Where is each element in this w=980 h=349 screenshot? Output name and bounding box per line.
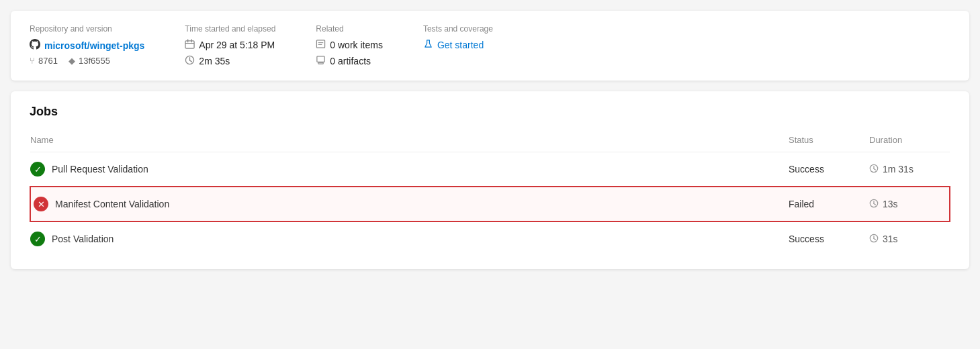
job-name: Manifest Content Validation — [55, 199, 169, 209]
commit-hash: ◆ 13f6555 — [69, 56, 110, 66]
jobs-table: Name Status Duration ✓ Pull Request Vali… — [30, 131, 950, 256]
job-name-cell: ✓ Pull Request Validation — [30, 162, 789, 177]
artifacts-row: 0 artifacts — [316, 55, 383, 67]
col-header-duration: Duration — [869, 131, 950, 152]
svg-line-6 — [190, 60, 192, 62]
svg-rect-10 — [317, 56, 324, 62]
job-duration: 1m 31s — [869, 152, 950, 187]
start-date-row: Apr 29 at 5:18 PM — [185, 39, 275, 51]
work-items: 0 work items — [330, 40, 383, 50]
get-started-link[interactable]: Get started — [437, 40, 484, 50]
tests-label: Tests and coverage — [423, 24, 493, 34]
work-items-row: 0 work items — [316, 39, 383, 51]
svg-rect-0 — [185, 41, 194, 48]
tests-section: Tests and coverage Get started — [423, 24, 493, 51]
time-label: Time started and elapsed — [185, 24, 275, 34]
job-name: Pull Request Validation — [52, 164, 148, 174]
jobs-card: Jobs Name Status Duration ✓ Pull Request… — [11, 91, 969, 269]
artifacts: 0 artifacts — [330, 56, 371, 66]
duration-cell: 13s — [869, 199, 946, 210]
clock-icon-time — [185, 55, 195, 67]
svg-line-14 — [874, 168, 876, 170]
repo-meta-row: ⑂ 8761 ◆ 13f6555 — [30, 56, 144, 66]
col-header-name: Name — [30, 131, 789, 152]
repo-name[interactable]: microsoft/winget-pkgs — [44, 40, 144, 51]
duration-value: 31s — [883, 234, 898, 244]
start-date: Apr 29 at 5:18 PM — [199, 40, 275, 50]
duration-cell: 31s — [869, 234, 950, 245]
svg-rect-7 — [317, 40, 325, 48]
info-card: Repository and version microsoft/winget-… — [11, 11, 969, 81]
repo-section: Repository and version microsoft/winget-… — [30, 24, 144, 66]
jobs-title: Jobs — [30, 105, 950, 119]
success-icon: ✓ — [30, 232, 45, 246]
job-duration: 31s — [869, 221, 950, 256]
repo-label: Repository and version — [30, 24, 144, 34]
clock-icon — [869, 234, 879, 245]
job-status: Failed — [789, 187, 869, 221]
job-name: Post Validation — [52, 234, 114, 244]
jobs-table-header: Name Status Duration — [30, 131, 950, 152]
related-section: Related 0 work items 0 artifacts — [316, 24, 383, 67]
duration-value: 13s — [883, 199, 898, 209]
job-status: Success — [789, 221, 869, 256]
svg-line-20 — [874, 238, 876, 240]
workitems-icon — [316, 39, 326, 51]
clock-icon — [869, 199, 879, 210]
svg-rect-11 — [318, 62, 324, 64]
failed-icon: ✕ — [34, 197, 48, 211]
duration-value: 1m 31s — [883, 164, 914, 174]
related-label: Related — [316, 24, 383, 34]
pr-icon: ⑂ — [30, 56, 35, 66]
artifacts-icon — [316, 55, 326, 67]
time-section: Time started and elapsed Apr 29 at 5:18 … — [185, 24, 275, 67]
elapsed-row: 2m 35s — [185, 55, 275, 67]
commit-icon: ◆ — [69, 56, 75, 66]
job-duration: 13s — [869, 187, 950, 221]
repo-name-row: microsoft/winget-pkgs — [30, 39, 144, 52]
job-name-cell: ✕ Manifest Content Validation — [34, 197, 789, 211]
get-started-row: Get started — [423, 39, 493, 51]
job-name-cell: ✓ Post Validation — [30, 232, 789, 246]
calendar-icon — [185, 39, 195, 51]
success-icon: ✓ — [30, 162, 45, 177]
pr-number: ⑂ 8761 — [30, 56, 58, 66]
table-row[interactable]: ✕ Manifest Content Validation Failed 13s — [30, 187, 950, 221]
duration-cell: 1m 31s — [869, 164, 950, 175]
elapsed-time: 2m 35s — [199, 56, 230, 66]
info-grid: Repository and version microsoft/winget-… — [30, 24, 950, 67]
flask-icon — [423, 39, 433, 51]
clock-icon — [869, 164, 879, 175]
github-icon — [30, 39, 40, 52]
table-row[interactable]: ✓ Pull Request Validation Success 1m 31s — [30, 152, 950, 187]
svg-line-17 — [874, 203, 876, 205]
col-header-status: Status — [789, 131, 869, 152]
job-status: Success — [789, 152, 869, 187]
table-row[interactable]: ✓ Post Validation Success 31s — [30, 221, 950, 256]
